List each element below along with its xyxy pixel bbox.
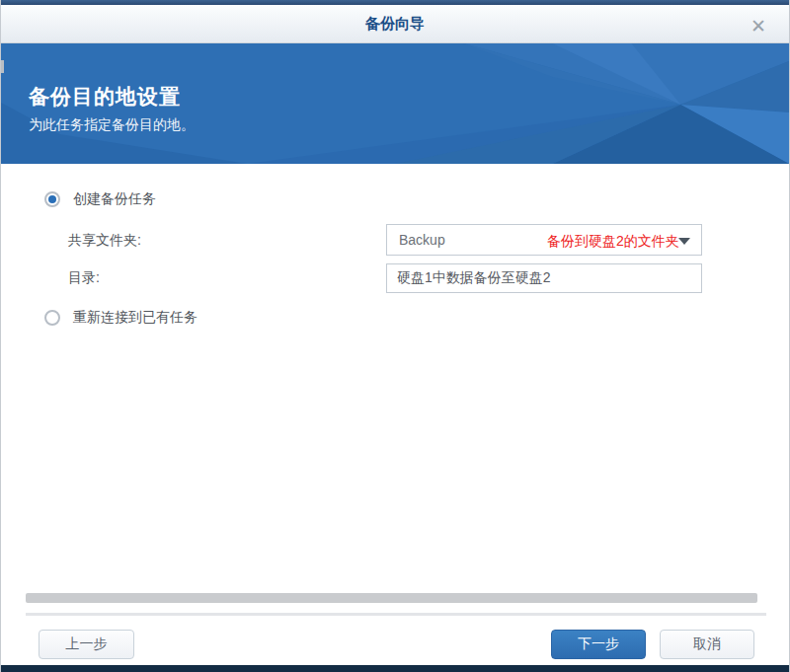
close-icon[interactable]: ✕	[746, 13, 771, 38]
radio-unselected-icon[interactable]	[44, 310, 60, 326]
next-button[interactable]: 下一步	[551, 630, 646, 659]
dialog-titlebar[interactable]: 备份向导 ✕	[1, 5, 789, 43]
radio-relink-label: 重新连接到已有任务	[73, 309, 198, 327]
chevron-down-icon[interactable]	[678, 238, 690, 245]
window-edge-artifact	[1, 60, 4, 73]
radio-relink-existing-task[interactable]: 重新连接到已有任务	[44, 309, 198, 327]
cancel-button[interactable]: 取消	[660, 630, 754, 659]
shared-folder-value: Backup	[399, 232, 445, 248]
window-bottom-strip	[1, 665, 789, 672]
shared-folder-select[interactable]: Backup 备份到硬盘2的文件夹	[386, 224, 702, 256]
horizontal-scrollbar[interactable]	[26, 593, 757, 603]
wizard-step-title: 备份目的地设置	[29, 83, 181, 111]
wizard-step-subtitle: 为此任务指定备份目的地。	[29, 116, 195, 134]
wizard-header-banner: 备份目的地设置 为此任务指定备份目的地。	[1, 43, 789, 164]
directory-input[interactable]	[386, 263, 702, 293]
backup-wizard-dialog: 备份向导 ✕ 备份目的地设置 为此任务指定备份目的地。 创建备份任务 共享文件夹…	[0, 0, 790, 672]
dialog-title: 备份向导	[1, 15, 789, 34]
directory-label: 目录:	[68, 269, 100, 287]
back-button[interactable]: 上一步	[39, 630, 134, 659]
shared-folder-label: 共享文件夹:	[68, 232, 141, 250]
radio-create-backup-task[interactable]: 创建备份任务	[44, 190, 156, 208]
radio-create-label: 创建备份任务	[73, 190, 156, 208]
footer-divider	[26, 613, 766, 616]
radio-selected-icon[interactable]	[44, 191, 60, 207]
annotation-text: 备份到硬盘2的文件夹	[547, 233, 679, 251]
